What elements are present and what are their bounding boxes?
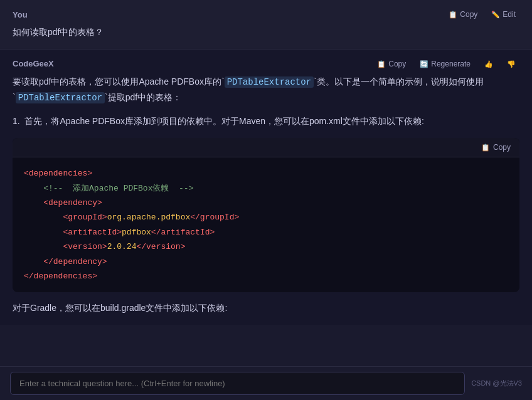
assistant-message-block: CodeGeeX Copy Regenerate (0, 50, 532, 325)
code-block-header: Copy (13, 138, 519, 157)
user-message-content: 如何读取pdf中的表格？ (13, 25, 519, 40)
assistant-message-actions: Copy Regenerate (373, 58, 519, 70)
code-content: <dependencies> <!-- 添加Apache PDFBox依赖 --… (13, 157, 519, 292)
chat-container: You Copy Edit 如何读取pdf中的表格？ CodeGeeX (0, 0, 532, 366)
edit-icon (491, 10, 500, 19)
chat-input[interactable] (10, 372, 465, 395)
user-message-block: You Copy Edit 如何读取pdf中的表格？ (0, 0, 532, 50)
assistant-message-content: 要读取pdf中的表格，您可以使用Apache PDFBox库的`PDTableE… (13, 75, 519, 316)
assistant-message-header: CodeGeeX Copy Regenerate (13, 58, 519, 70)
code-block-maven: Copy <dependencies> <!-- 添加Apache PDFBox… (13, 138, 519, 292)
gradle-text: 对于Gradle，您可以在build.gradle文件中添加以下依赖: (13, 301, 519, 316)
user-message-actions: Copy Edit (445, 9, 519, 20)
code-copy-button[interactable]: Copy (481, 143, 511, 152)
thumbup-button[interactable] (481, 58, 497, 70)
thumbdown-icon (507, 60, 516, 68)
user-edit-button[interactable]: Edit (487, 9, 519, 20)
bottom-bar: CSDN @光法V3 (0, 366, 532, 400)
code-inline-1: PDTableExtractor (225, 76, 314, 88)
code-copy-icon (481, 143, 490, 152)
user-message-header: You Copy Edit (13, 9, 519, 20)
assistant-copy-button[interactable]: Copy (373, 58, 410, 70)
step1-label: 1. 首先，将Apache PDFBox库添加到项目的依赖中。对于Maven，您… (13, 114, 519, 129)
copy-icon (449, 10, 457, 19)
assistant-sender-name: CodeGeeX (13, 59, 54, 68)
code-inline-2: PDTableExtractor (16, 92, 105, 103)
regenerate-button[interactable]: Regenerate (416, 58, 474, 70)
copy-icon-assistant (377, 60, 386, 68)
user-copy-button[interactable]: Copy (445, 9, 481, 20)
thumbup-icon (484, 60, 493, 68)
thumbdown-button[interactable] (503, 58, 519, 70)
assistant-intro: 要读取pdf中的表格，您可以使用Apache PDFBox库的`PDTableE… (13, 75, 519, 106)
regenerate-icon (420, 60, 428, 68)
user-sender-name: You (13, 10, 28, 19)
watermark: CSDN @光法V3 (471, 379, 522, 388)
